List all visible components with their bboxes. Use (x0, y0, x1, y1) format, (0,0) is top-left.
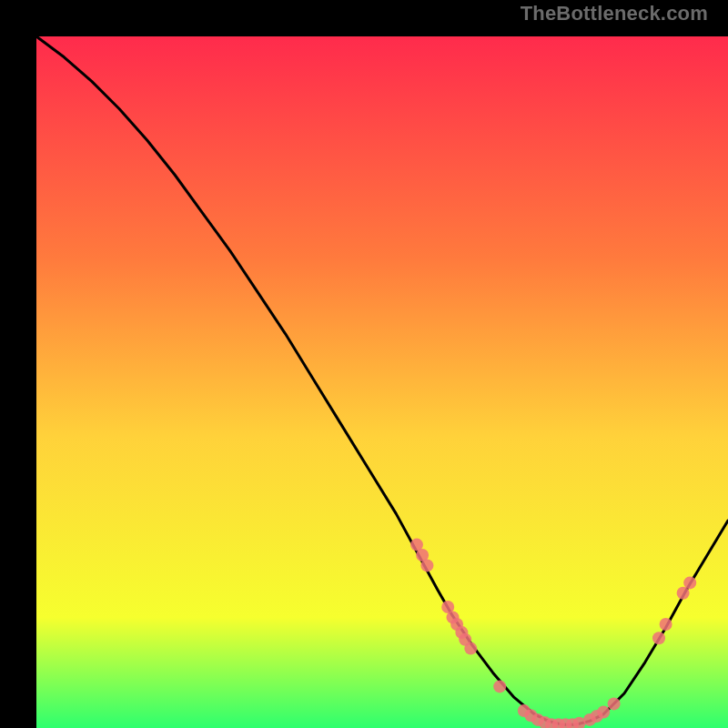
data-marker (420, 559, 433, 571)
data-marker (608, 697, 621, 710)
data-marker (464, 642, 477, 655)
chart-frame (18, 18, 710, 710)
watermark-text: TheBottleneck.com (521, 2, 708, 25)
gradient-background (36, 36, 728, 728)
data-marker (660, 618, 672, 631)
data-marker (683, 576, 696, 589)
bottleneck-chart (36, 36, 728, 728)
data-marker (677, 587, 690, 600)
data-marker (652, 632, 665, 644)
data-marker (597, 706, 610, 719)
data-marker (493, 680, 506, 693)
